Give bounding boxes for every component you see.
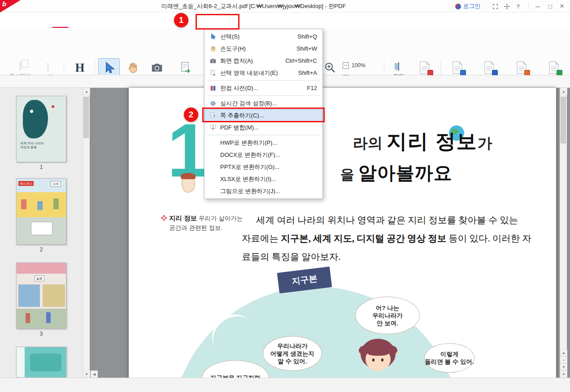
window-title: 미래엔_초등_사회6-2_교과서.pdf [C:₩Users₩jyjou₩Des… xyxy=(54,0,453,13)
convert-pptx-icon xyxy=(516,61,529,75)
thumbnail-caption-3: 3 xyxy=(16,331,66,337)
heading-line-1: 라의 지리 정보가 xyxy=(353,128,492,155)
help-button[interactable]: ? xyxy=(513,0,523,13)
work-pane-icon xyxy=(398,63,399,71)
thumbnail-page-4[interactable] xyxy=(16,347,66,378)
annotation-step-1-box xyxy=(196,14,239,30)
actual-size-icon xyxy=(343,62,349,69)
menu-item-to-docx[interactable]: DOCX로 변환하기(F)... xyxy=(205,149,322,161)
actual-size-button[interactable]: 100% xyxy=(343,60,383,71)
annotation-step-2-box xyxy=(202,108,325,122)
camera-icon xyxy=(150,61,164,74)
menu-item-to-xlsx[interactable]: XLSX로 변환하기(I)... xyxy=(205,173,322,185)
convert-xlsx-icon xyxy=(548,61,561,75)
titlebar-divider xyxy=(528,3,529,9)
thumbnail-page-2[interactable]: 에스파냐 세계 xyxy=(16,178,66,245)
cover-figure xyxy=(23,100,48,138)
espana-sign: 에스파냐 xyxy=(18,181,34,186)
menu-item-pdf-merge[interactable]: PDF 병합(M)... xyxy=(205,121,322,134)
pdf-merge-icon xyxy=(419,61,432,75)
zoom-in-icon xyxy=(323,61,337,74)
menu-item-hand[interactable]: 손도구(H)Shift+W xyxy=(205,43,322,55)
statusbar: ◀ ◀ / 149 ▶ ▶ 150 % xyxy=(0,378,570,392)
gear-icon xyxy=(208,100,218,107)
menu-item-export-selection[interactable]: 선택 영역 내보내기(E)Shift+A xyxy=(205,67,322,79)
prev-page-scroll-button[interactable]: ▲ xyxy=(560,349,567,356)
menubar: 파일 홈 ▾ 보기▾ 주석▾ 프레젠테▾ 도구 ▾ ▾ ∧ × xyxy=(0,13,570,28)
scroll-down-button[interactable]: ▼ xyxy=(560,370,567,378)
merge-icon xyxy=(208,124,218,131)
close-button[interactable]: × xyxy=(556,0,568,13)
app-logo-icon: b xyxy=(0,0,21,13)
login-button[interactable]: 로그인 xyxy=(452,0,483,13)
next-page-scroll-button[interactable]: ▼ xyxy=(560,363,567,370)
thumbnail-caption-1: 1 xyxy=(16,164,66,170)
scroll-left-button[interactable]: ◀ xyxy=(91,370,98,378)
japan-sign: 일본 xyxy=(35,276,44,281)
minimize-button[interactable]: ─ xyxy=(532,0,544,13)
scrollbar-thumb[interactable] xyxy=(561,97,566,143)
export-icon xyxy=(179,61,192,74)
convert-docx-icon xyxy=(483,61,497,75)
vertical-scrollbar[interactable]: ▲ ▲ • ▼ ▼ xyxy=(560,88,567,378)
scroll-up-button[interactable]: ▲ xyxy=(560,88,567,95)
speech-bubble-2: 우리나라가 어떻게 생겼는지 알 수 있어. xyxy=(263,336,322,371)
thumbnail-page-3[interactable]: 일본 xyxy=(16,263,66,329)
thumbnail-scrollbar[interactable]: ▲ ▼ xyxy=(83,88,90,378)
export-icon xyxy=(208,69,218,77)
cursor-icon xyxy=(208,33,218,40)
pan-view-icon[interactable] xyxy=(501,0,512,13)
sidenote: 지리 정보우리가 살아가는 공간과 관련된 정보. xyxy=(169,214,245,233)
world-sign: 세계 xyxy=(51,181,61,187)
camera-icon xyxy=(208,57,218,65)
cursor-icon xyxy=(102,61,116,75)
menu-item-select[interactable]: 선택(S)Shift+Q xyxy=(205,30,322,43)
menu-item-capture[interactable]: 화면 캡처(A)Ctrl+Shift+C xyxy=(205,55,322,67)
flower-icon xyxy=(161,215,167,221)
thumb-scroll-down-button[interactable]: ▼ xyxy=(83,370,90,378)
heading-line-2: 을 알아볼까요 xyxy=(340,161,453,185)
thumbnail-caption-2: 2 xyxy=(16,246,66,253)
login-label: 로그인 xyxy=(463,2,481,10)
annotation-step-1-badge: 1 xyxy=(174,13,188,27)
menu-item-to-pptx[interactable]: PPTX로 변환하기(G)... xyxy=(205,161,322,173)
acorn-character xyxy=(182,176,195,193)
maximize-button[interactable]: □ xyxy=(544,0,556,13)
menu-item-dictionary[interactable]: 한컴 사전(D)...F12 xyxy=(205,82,322,94)
speech-bubble-3: 이렇게 돌리면 볼 수 있어. xyxy=(424,343,474,373)
dictionary-icon xyxy=(208,85,218,92)
body-text: 세계 여러 나라의 위치나 영역과 같은 지리 정보를 찾아볼 수 있는 자료에… xyxy=(242,211,531,266)
girl-character xyxy=(361,337,398,378)
fullscreen-icon[interactable] xyxy=(490,0,500,13)
thumbnail-panel: 세계 여러 나라의 자연과 문화 1 에스파냐 세계 2 일본 3 xyxy=(0,88,83,378)
speech-bubble-1: 어? 나는 우리나라가 안 보여. xyxy=(355,297,420,334)
login-icon xyxy=(455,4,461,9)
thumbnail-page-1[interactable]: 세계 여러 나라의 자연과 문화 xyxy=(16,96,66,162)
copy-icon xyxy=(20,62,21,70)
select-all-icon xyxy=(48,64,48,72)
cover-title: 세계 여러 나라의 자연과 문화 xyxy=(20,141,44,149)
document-page[interactable]: 1 라의 지리 정보가 을 알아볼까요 지리 정보우리가 살아가는 공간과 관련… xyxy=(129,88,556,378)
thumb-scroll-up-button[interactable]: ▲ xyxy=(83,88,90,95)
titlebar: b 미래엔_초등_사회6-2_교과서.pdf [C:₩Users₩jyjou₩D… xyxy=(0,0,570,13)
hand-icon xyxy=(208,45,218,52)
menu-item-to-hwp[interactable]: HWP로 변환하기(P)... xyxy=(205,137,322,149)
hand-icon xyxy=(126,61,139,74)
browse-object-button[interactable]: • xyxy=(560,356,567,363)
thumb-scrollbar-thumb[interactable] xyxy=(83,97,89,138)
menu-item-to-image[interactable]: 그림으로 변환하기(J)... xyxy=(205,185,322,197)
annotation-step-2-badge: 2 xyxy=(184,108,198,122)
convert-hwp-icon xyxy=(452,61,465,75)
find-icon: H xyxy=(75,61,84,74)
